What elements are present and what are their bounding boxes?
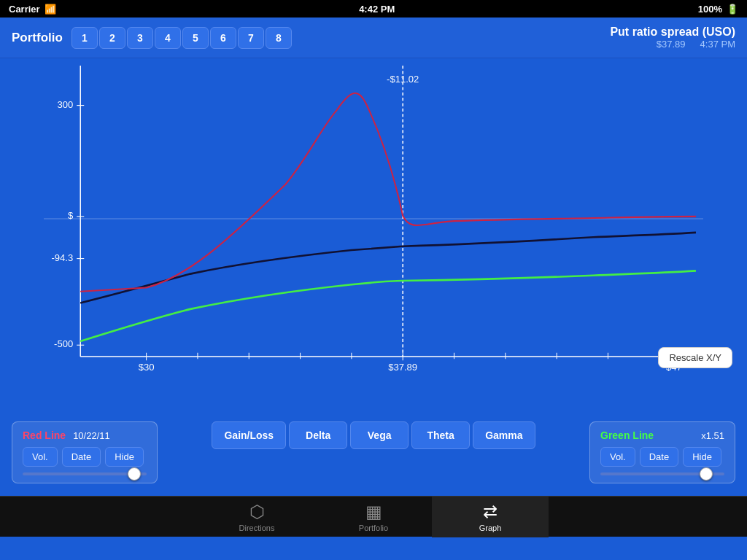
- red-line-date: 10/22/11: [73, 430, 110, 441]
- controls: Red Line 10/22/11 Vol. Date Hide Gain/Lo…: [0, 416, 747, 496]
- svg-text:$30: $30: [139, 362, 155, 372]
- strategy-info: Put ratio spread (USO) $37.89 4:37 PM: [610, 26, 735, 50]
- green-line-panel: Green Line x1.51 Vol. Date Hide: [589, 421, 735, 483]
- green-line-label: Green Line: [600, 429, 654, 441]
- green-date-button[interactable]: Date: [640, 447, 678, 467]
- green-slider-container[interactable]: [600, 472, 724, 475]
- carrier-label: Carrier: [9, 4, 40, 15]
- directions-label: Directions: [239, 524, 275, 532]
- tab-portfolio[interactable]: ▦ Portfolio: [315, 497, 432, 537]
- status-right: 100% 🔋: [698, 4, 738, 15]
- header: Portfolio 1 2 3 4 5 6 7 8 Put ratio spre…: [0, 18, 747, 58]
- red-date-button[interactable]: Date: [62, 447, 101, 467]
- red-slider-thumb[interactable]: [128, 467, 141, 481]
- delta-button[interactable]: Delta: [289, 421, 347, 449]
- center-buttons: Gain/Loss Delta Vega Theta Gamma: [169, 421, 578, 449]
- tab-bar: ⬡ Directions ▦ Portfolio ⇄ Graph: [0, 496, 747, 537]
- svg-text:$37.89: $37.89: [388, 362, 417, 372]
- portfolio-tab-8[interactable]: 8: [266, 27, 292, 49]
- portfolio-icon: ▦: [365, 502, 382, 522]
- gamma-button[interactable]: Gamma: [473, 421, 535, 449]
- portfolio-tab-5[interactable]: 5: [182, 27, 209, 49]
- red-line-buttons: Vol. Date Hide: [23, 447, 147, 467]
- portfolio-tab-6[interactable]: 6: [210, 27, 236, 49]
- chart-area: 300 $ -94.3 -500 $30 $37.89 $37.88 $47: [0, 58, 747, 416]
- svg-text:$: $: [68, 210, 74, 221]
- green-vol-button[interactable]: Vol.: [600, 447, 635, 467]
- rescale-button[interactable]: Rescale X/Y: [658, 347, 732, 368]
- portfolio-label: Portfolio: [12, 31, 63, 45]
- vega-button[interactable]: Vega: [350, 421, 409, 449]
- red-slider-container[interactable]: [23, 472, 147, 475]
- metric-buttons: Gain/Loss Delta Vega Theta Gamma: [212, 421, 535, 449]
- green-hide-button[interactable]: Hide: [683, 447, 721, 467]
- battery-label: 100%: [698, 4, 722, 15]
- battery-icon: 🔋: [727, 4, 738, 15]
- tab-graph[interactable]: ⇄ Graph: [432, 497, 549, 537]
- svg-text:-500: -500: [54, 338, 73, 349]
- svg-text:300: 300: [57, 98, 73, 109]
- red-line-header: Red Line 10/22/11: [23, 429, 147, 441]
- green-slider[interactable]: [600, 472, 724, 475]
- tab-directions[interactable]: ⬡ Directions: [198, 497, 315, 537]
- svg-text:-$11.02: -$11.02: [387, 74, 419, 85]
- green-line-header: Green Line x1.51: [600, 429, 724, 441]
- green-line-buttons: Vol. Date Hide: [600, 447, 724, 467]
- chart-svg[interactable]: 300 $ -94.3 -500 $30 $37.89 $37.88 $47: [44, 66, 703, 372]
- green-slider-thumb[interactable]: [700, 467, 713, 481]
- portfolio-tab-1[interactable]: 1: [71, 27, 98, 49]
- directions-icon: ⬡: [249, 502, 265, 522]
- theta-button[interactable]: Theta: [411, 421, 470, 449]
- strategy-name: Put ratio spread (USO): [610, 26, 735, 39]
- strategy-time: 4:37 PM: [700, 39, 735, 50]
- portfolio-tab-2[interactable]: 2: [99, 27, 125, 49]
- portfolio-tab-4[interactable]: 4: [155, 27, 181, 49]
- strategy-details: $37.89 4:37 PM: [610, 39, 735, 50]
- time-label: 4:42 PM: [359, 4, 395, 15]
- strategy-price: $37.89: [657, 39, 686, 50]
- red-hide-button[interactable]: Hide: [105, 447, 144, 467]
- red-line-panel: Red Line 10/22/11 Vol. Date Hide: [12, 421, 158, 483]
- status-left: Carrier 📶: [9, 4, 56, 15]
- status-bar: Carrier 📶 4:42 PM 100% 🔋: [0, 0, 747, 18]
- wifi-icon: 📶: [44, 4, 56, 15]
- red-slider[interactable]: [23, 472, 147, 475]
- portfolio-tab-3[interactable]: 3: [127, 27, 153, 49]
- gainloss-button[interactable]: Gain/Loss: [212, 421, 286, 449]
- green-line-multiplier: x1.51: [701, 430, 724, 441]
- graph-label: Graph: [479, 524, 502, 532]
- svg-text:-94.3: -94.3: [51, 252, 73, 262]
- portfolio-tabs: 1 2 3 4 5 6 7 8: [71, 27, 292, 49]
- red-vol-button[interactable]: Vol.: [23, 447, 58, 467]
- red-line-label: Red Line: [23, 429, 66, 441]
- portfolio-label-tab: Portfolio: [359, 524, 388, 532]
- graph-icon: ⇄: [483, 502, 498, 522]
- portfolio-tab-7[interactable]: 7: [238, 27, 264, 49]
